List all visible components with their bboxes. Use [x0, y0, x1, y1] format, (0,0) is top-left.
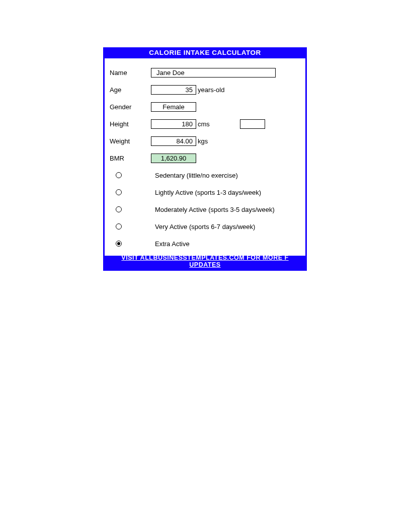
name-label: Name [110, 69, 151, 77]
height-unit: cms [198, 120, 210, 128]
panel-footer: VISIT ALLBUSINESSTEMPLATES.COM FOR MORE … [105, 256, 305, 271]
radio-label-extra-active: Extra Active [155, 240, 190, 248]
age-unit: years-old [198, 86, 224, 94]
radio-very-active[interactable] [116, 223, 122, 230]
activity-option-4: Extra Active [110, 239, 300, 249]
panel-body: Name Jane Doe Age 35 years-old Gender Fe… [105, 58, 305, 256]
footer-link-line2[interactable]: UPDATES [105, 261, 305, 268]
calculator-panel: CALORIE INTAKE CALCULATOR Name Jane Doe … [103, 47, 307, 271]
bmr-output: 1,620.90 [151, 154, 196, 163]
name-input[interactable]: Jane Doe [151, 68, 276, 78]
radio-label-moderately-active: Moderately Active (sports 3-5 days/week) [155, 206, 275, 213]
weight-label: Weight [110, 137, 151, 145]
height-extra-input[interactable] [240, 119, 265, 129]
row-height: Height 180 cms [110, 119, 300, 129]
radio-moderately-active[interactable] [116, 206, 122, 212]
header-title: CALORIE INTAKE CALCULATOR [149, 49, 261, 56]
age-input[interactable]: 35 [151, 85, 196, 95]
row-gender: Gender Female [110, 102, 300, 112]
gender-input[interactable]: Female [151, 102, 196, 112]
radio-lightly-active[interactable] [116, 189, 122, 195]
gender-label: Gender [110, 103, 151, 111]
radio-sedentary[interactable] [116, 172, 122, 178]
age-label: Age [110, 86, 151, 94]
activity-option-0: Sedentary (little/no exercise) [110, 170, 300, 180]
weight-input[interactable]: 84.00 [151, 136, 196, 146]
row-name: Name Jane Doe [110, 67, 300, 78]
bmr-label: BMR [110, 155, 151, 162]
row-weight: Weight 84.00 kgs [110, 136, 300, 146]
height-label: Height [110, 120, 151, 128]
activity-option-1: Lightly Active (sports 1-3 days/week) [110, 187, 300, 197]
activity-option-3: Very Active (sports 6-7 days/week) [110, 221, 300, 232]
radio-label-lightly-active: Lightly Active (sports 1-3 days/week) [155, 189, 261, 196]
row-age: Age 35 years-old [110, 85, 300, 95]
footer-link[interactable]: VISIT ALLBUSINESSTEMPLATES.COM FOR MORE … [121, 256, 288, 261]
height-input[interactable]: 180 [151, 119, 196, 129]
weight-unit: kgs [198, 137, 208, 145]
activity-option-2: Moderately Active (sports 3-5 days/week) [110, 204, 300, 214]
radio-extra-active[interactable] [116, 241, 122, 247]
panel-header: CALORIE INTAKE CALCULATOR [105, 47, 305, 58]
radio-label-very-active: Very Active (sports 6-7 days/week) [155, 223, 255, 231]
row-bmr: BMR 1,620.90 [110, 153, 300, 163]
radio-label-sedentary: Sedentary (little/no exercise) [155, 172, 238, 179]
